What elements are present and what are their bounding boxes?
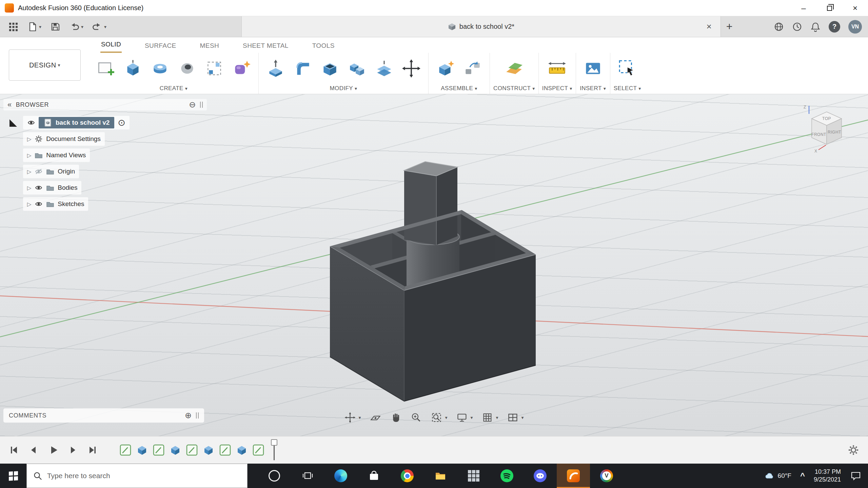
- app-icon-chrome[interactable]: [391, 464, 424, 488]
- pattern-button[interactable]: [201, 54, 228, 83]
- restore-button[interactable]: [816, 0, 842, 16]
- app-icon-edge[interactable]: [324, 464, 357, 488]
- fillet-button[interactable]: [289, 54, 316, 83]
- task-view-button[interactable]: [291, 464, 324, 488]
- app-icon-fusion360[interactable]: [557, 464, 590, 488]
- grid-snaps-button[interactable]: [482, 412, 498, 423]
- tab-mesh[interactable]: MESH: [199, 39, 220, 53]
- fit-button[interactable]: [431, 412, 447, 423]
- app-icon-v[interactable]: [590, 464, 623, 488]
- collapse-panel-icon[interactable]: [7, 100, 12, 109]
- timeline-feature-sketch[interactable]: [219, 444, 231, 456]
- group-label-assemble[interactable]: ASSEMBLE: [441, 84, 477, 93]
- viewcube-right-label[interactable]: RIGHT: [828, 130, 841, 135]
- zoom-button[interactable]: [410, 412, 422, 423]
- workspace-selector[interactable]: DESIGN: [9, 49, 81, 81]
- browser-row-origin[interactable]: Origin: [23, 165, 207, 178]
- create-sketch-button[interactable]: [92, 54, 119, 83]
- tab-solid[interactable]: SOLID: [100, 37, 122, 53]
- group-label-insert[interactable]: INSERT: [580, 84, 606, 93]
- joint-button[interactable]: [459, 54, 486, 83]
- viewport-canvas[interactable]: Z X TOP FRONT RIGHT BROWSER: [0, 94, 868, 436]
- start-button[interactable]: [0, 464, 26, 488]
- document-tab-close-button[interactable]: ×: [703, 21, 715, 33]
- tab-surface[interactable]: SURFACE: [144, 39, 177, 53]
- notifications-bell-icon[interactable]: [810, 22, 821, 32]
- browser-row-named-views[interactable]: Named Views: [23, 148, 207, 162]
- document-tab[interactable]: back to school v2* ×: [241, 16, 721, 37]
- weather-widget[interactable]: 60°F: [764, 471, 791, 481]
- orbit-button[interactable]: [344, 412, 361, 423]
- app-icon-cortana[interactable]: [258, 464, 291, 488]
- taskbar-search[interactable]: [26, 464, 248, 488]
- app-icon-store[interactable]: [357, 464, 391, 488]
- expand-arrow-icon[interactable]: [27, 168, 31, 175]
- shell-button[interactable]: [316, 54, 343, 83]
- timeline-position-marker[interactable]: [270, 439, 278, 461]
- app-grid-button[interactable]: [6, 19, 20, 34]
- timeline-feature-extrude[interactable]: [202, 444, 215, 456]
- undo-button[interactable]: [67, 19, 85, 34]
- select-button[interactable]: [614, 54, 641, 83]
- expand-arrow-icon[interactable]: [27, 152, 31, 159]
- add-comment-icon[interactable]: [185, 411, 192, 420]
- redo-button[interactable]: [90, 19, 108, 34]
- go-to-start-button[interactable]: [9, 445, 19, 455]
- measure-button[interactable]: [544, 54, 571, 83]
- look-at-button[interactable]: [370, 412, 381, 423]
- root-selection[interactable]: back to school v2: [39, 117, 114, 128]
- timeline-feature-extrude[interactable]: [136, 444, 148, 456]
- app-icon-grid-app[interactable]: [457, 464, 490, 488]
- group-label-modify[interactable]: MODIFY: [330, 84, 357, 93]
- browser-row-bodies[interactable]: Bodies: [23, 181, 207, 195]
- browser-row-document-settings[interactable]: Document Settings: [23, 132, 207, 146]
- combine-button[interactable]: [343, 54, 371, 83]
- timeline-feature-sketch[interactable]: [119, 444, 132, 456]
- user-avatar[interactable]: VN: [848, 20, 862, 34]
- revolve-button[interactable]: [146, 54, 174, 83]
- viewcube-front-label[interactable]: FRONT: [811, 132, 826, 137]
- group-label-select[interactable]: SELECT: [614, 84, 641, 93]
- viewcube-top-label[interactable]: TOP: [822, 116, 831, 121]
- visibility-eye-icon[interactable]: [27, 119, 35, 127]
- timeline-feature-sketch[interactable]: [186, 444, 198, 456]
- visibility-eye-icon[interactable]: [35, 200, 43, 208]
- visibility-eye-icon[interactable]: [35, 184, 43, 192]
- app-icon-spotify[interactable]: [490, 464, 524, 488]
- browser-root-row[interactable]: back to school v2: [23, 116, 207, 129]
- search-input[interactable]: [47, 472, 241, 480]
- app-icon-file-explorer[interactable]: [424, 464, 457, 488]
- panel-drag-grip[interactable]: [196, 412, 199, 419]
- viewports-button[interactable]: [507, 412, 524, 423]
- close-button[interactable]: ×: [842, 0, 868, 16]
- insert-canvas-button[interactable]: [579, 54, 607, 83]
- group-label-inspect[interactable]: INSPECT: [542, 84, 572, 93]
- file-menu-button[interactable]: [25, 19, 43, 34]
- show-hidden-icons-button[interactable]: [800, 471, 805, 481]
- step-forward-button[interactable]: [68, 445, 78, 455]
- tab-tools[interactable]: TOOLS: [312, 39, 335, 53]
- help-icon[interactable]: [829, 21, 840, 33]
- group-label-create[interactable]: CREATE: [160, 84, 188, 93]
- new-tab-button[interactable]: +: [721, 16, 738, 37]
- tab-sheet-metal[interactable]: SHEET METAL: [242, 39, 289, 53]
- create-form-button[interactable]: [228, 54, 255, 83]
- pan-button[interactable]: [390, 412, 401, 423]
- job-status-clock-icon[interactable]: [792, 22, 802, 32]
- new-component-button[interactable]: [432, 54, 459, 83]
- expand-arrow-icon[interactable]: [27, 201, 31, 207]
- timeline-feature-sketch[interactable]: [252, 444, 264, 456]
- app-icon-discord[interactable]: [524, 464, 557, 488]
- timeline-feature-sketch[interactable]: [153, 444, 165, 456]
- model-prism[interactable]: [404, 162, 457, 245]
- browser-row-sketches[interactable]: Sketches: [23, 197, 207, 211]
- construct-plane-button[interactable]: [500, 54, 528, 83]
- display-settings-button[interactable]: [456, 412, 473, 423]
- panel-drag-grip[interactable]: [200, 102, 203, 108]
- expand-arrow-icon[interactable]: [27, 185, 31, 191]
- activate-component-icon[interactable]: [118, 118, 125, 127]
- group-label-construct[interactable]: CONSTRUCT: [493, 84, 535, 93]
- go-to-end-button[interactable]: [87, 445, 98, 455]
- timeline-feature-extrude[interactable]: [169, 444, 181, 456]
- extrude-button[interactable]: [119, 54, 146, 83]
